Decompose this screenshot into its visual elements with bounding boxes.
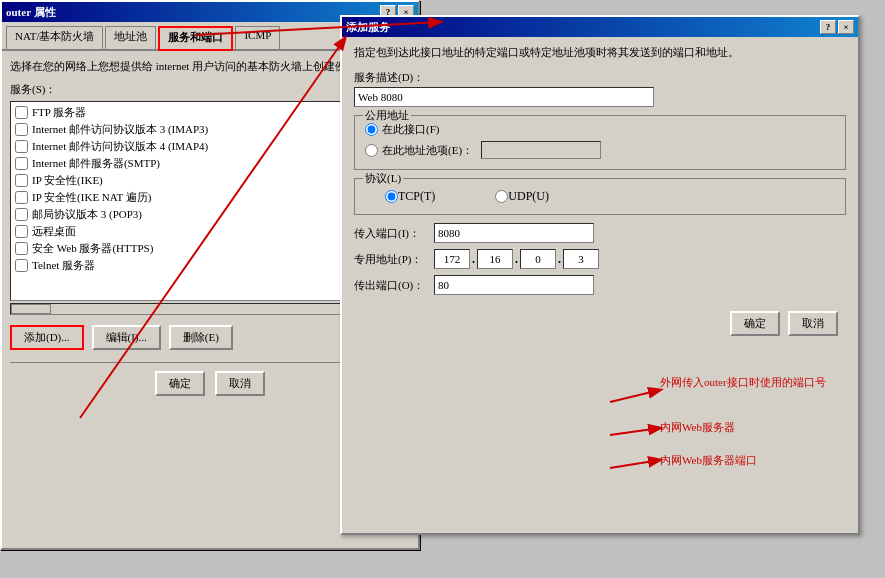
- radio-interface[interactable]: [365, 123, 378, 136]
- list-item[interactable]: IP 安全性(IKE NAT 遍历): [13, 189, 377, 206]
- dialog-ok-button[interactable]: 确定: [730, 311, 780, 336]
- tab-address-pool[interactable]: 地址池: [105, 26, 156, 49]
- delete-button[interactable]: 删除(E): [169, 325, 233, 350]
- dialog-cancel-button[interactable]: 取消: [788, 311, 838, 336]
- list-item[interactable]: 安全 Web 服务器(HTTPS): [13, 240, 377, 257]
- private-addr-row: 专用地址(P)： . . .: [354, 249, 846, 269]
- ike-checkbox[interactable]: [15, 174, 28, 187]
- tab-services-ports[interactable]: 服务和端口: [158, 26, 233, 51]
- imap3-checkbox[interactable]: [15, 123, 28, 136]
- radio-pool-row: 在此地址池项(E)：: [365, 141, 835, 159]
- radio-interface-label: 在此接口(F): [382, 122, 439, 137]
- dialog-bottom-buttons: 确定 取消: [354, 307, 846, 340]
- add-service-help-btn[interactable]: ?: [820, 20, 836, 34]
- out-port-label: 传出端口(O)：: [354, 278, 434, 293]
- ip-seg-3[interactable]: [520, 249, 556, 269]
- rdp-checkbox[interactable]: [15, 225, 28, 238]
- tcp-label: TCP(T): [398, 189, 435, 204]
- public-address-group-label: 公用地址: [363, 108, 411, 123]
- service-desc-label: 服务描述(D)：: [354, 70, 846, 85]
- tcp-option: TCP(T): [385, 189, 435, 204]
- ip-seg-1[interactable]: [434, 249, 470, 269]
- annotation-out-port: 内网Web服务器端口: [660, 453, 757, 468]
- ip-input-group: . . .: [434, 249, 599, 269]
- add-service-close-btn[interactable]: ×: [838, 20, 854, 34]
- imap4-checkbox[interactable]: [15, 140, 28, 153]
- list-item[interactable]: Internet 邮件访问协议版本 3 (IMAP3): [13, 121, 377, 138]
- list-item[interactable]: 邮局协议版本 3 (POP3): [13, 206, 377, 223]
- out-port-input[interactable]: [434, 275, 594, 295]
- dialog-content: 指定包到达此接口地址的特定端口或特定地址池项时将其发送到的端口和地址。 服务描述…: [342, 37, 858, 348]
- radio-tcp[interactable]: [385, 190, 398, 203]
- pop3-checkbox[interactable]: [15, 208, 28, 221]
- edit-button[interactable]: 编辑(I)...: [92, 325, 161, 350]
- radio-udp[interactable]: [495, 190, 508, 203]
- ip-seg-4[interactable]: [563, 249, 599, 269]
- list-item[interactable]: IP 安全性(IKE): [13, 172, 377, 189]
- telnet-checkbox[interactable]: [15, 259, 28, 272]
- ftp-checkbox[interactable]: [15, 106, 28, 119]
- list-item[interactable]: FTP 服务器: [13, 104, 377, 121]
- in-port-label: 传入端口(I)：: [354, 226, 434, 241]
- horizontal-scrollbar[interactable]: [10, 303, 380, 315]
- list-item[interactable]: 远程桌面: [13, 223, 377, 240]
- outer-ok-button[interactable]: 确定: [155, 371, 205, 396]
- dialog-description: 指定包到达此接口地址的特定端口或特定地址池项时将其发送到的端口和地址。: [354, 45, 846, 60]
- annotation-in-port: 外网传入outer接口时使用的端口号: [660, 375, 826, 389]
- radio-pool-label: 在此地址池项(E)：: [382, 143, 473, 158]
- add-service-title: 添加服务: [346, 20, 390, 35]
- annotation-private-addr: 内网Web服务器: [660, 420, 735, 435]
- outer-window-title: outer 属性: [6, 5, 56, 20]
- public-address-group: 公用地址 在此接口(F) 在此地址池项(E)：: [354, 115, 846, 170]
- tab-icmp[interactable]: ICMP: [235, 26, 280, 49]
- udp-option: UDP(U): [495, 189, 549, 204]
- protocol-group-label: 协议(L): [363, 171, 403, 186]
- outer-cancel-button[interactable]: 取消: [215, 371, 265, 396]
- service-desc-input[interactable]: [354, 87, 654, 107]
- in-port-input[interactable]: [434, 223, 594, 243]
- ip-seg-2[interactable]: [477, 249, 513, 269]
- ike-nat-checkbox[interactable]: [15, 191, 28, 204]
- add-button[interactable]: 添加(D)...: [10, 325, 84, 350]
- list-item[interactable]: Internet 邮件服务器(SMTP): [13, 155, 377, 172]
- tab-nat[interactable]: NAT/基本防火墙: [6, 26, 103, 49]
- radio-interface-row: 在此接口(F): [365, 122, 835, 137]
- add-service-titlebar-buttons: ? ×: [820, 20, 854, 34]
- list-item[interactable]: Telnet 服务器: [13, 257, 377, 274]
- in-port-row: 传入端口(I)：: [354, 223, 846, 243]
- out-port-row: 传出端口(O)：: [354, 275, 846, 295]
- list-item[interactable]: Internet 邮件访问协议版本 4 (IMAP4): [13, 138, 377, 155]
- smtp-checkbox[interactable]: [15, 157, 28, 170]
- radio-pool[interactable]: [365, 144, 378, 157]
- services-list[interactable]: FTP 服务器 Internet 邮件访问协议版本 3 (IMAP3) Inte…: [10, 101, 380, 301]
- https-checkbox[interactable]: [15, 242, 28, 255]
- add-service-titlebar: 添加服务 ? ×: [342, 17, 858, 37]
- add-service-dialog: 添加服务 ? × 指定包到达此接口地址的特定端口或特定地址池项时将其发送到的端口…: [340, 15, 860, 535]
- service-desc-row: 服务描述(D)：: [354, 70, 846, 107]
- protocol-group: 协议(L) TCP(T) UDP(U): [354, 178, 846, 215]
- protocol-row: TCP(T) UDP(U): [365, 185, 835, 208]
- private-addr-label: 专用地址(P)：: [354, 252, 434, 267]
- udp-label: UDP(U): [508, 189, 549, 204]
- pool-input[interactable]: [481, 141, 601, 159]
